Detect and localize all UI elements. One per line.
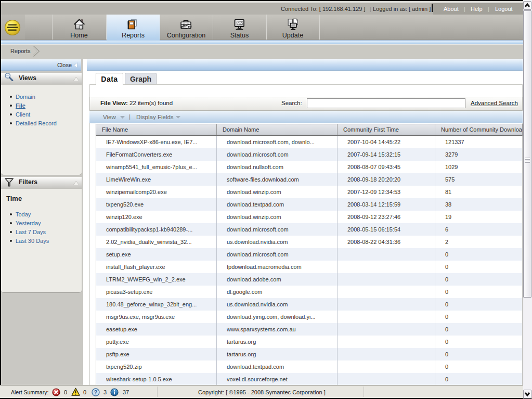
svg-text:?: ? <box>94 389 97 395</box>
